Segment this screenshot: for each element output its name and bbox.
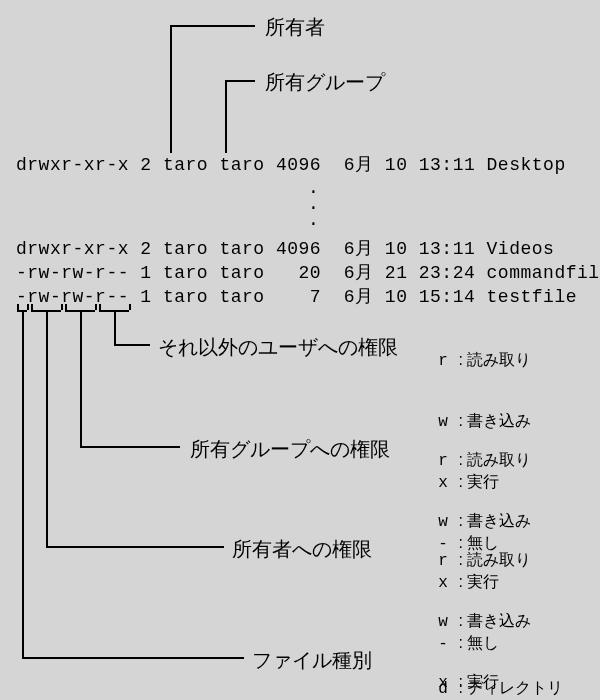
bracket-group-stem — [80, 310, 82, 448]
ellipsis-3: . — [308, 210, 319, 230]
bracket-other-left — [99, 304, 101, 310]
owner-connector-horiz — [170, 25, 255, 27]
bracket-type-left — [17, 304, 19, 310]
other-perm-label: それ以外のユーザへの権限 — [158, 334, 398, 361]
bracket-owner-lead — [46, 546, 224, 548]
ls-row-videos: drwxr-xr-x 2 taro taro 4096 6月 10 13:11 … — [16, 236, 554, 260]
group-label: 所有グループ — [265, 69, 385, 96]
owner-perm-label: 所有者への権限 — [232, 536, 372, 563]
bracket-owner-right — [61, 304, 63, 310]
bracket-other-right — [129, 304, 131, 310]
bracket-group-left — [65, 304, 67, 310]
bracket-type-stem — [22, 310, 24, 659]
bracket-group-right — [95, 304, 97, 310]
group-perm-label: 所有グループへの権限 — [190, 436, 390, 463]
bracket-type-right — [27, 304, 29, 310]
group-connector-horiz — [225, 80, 255, 82]
bracket-owner-left — [31, 304, 33, 310]
file-type-label: ファイル種別 — [252, 647, 372, 674]
owner-label: 所有者 — [265, 14, 325, 41]
bracket-other-lead — [114, 344, 150, 346]
owner-connector-vert — [170, 25, 172, 153]
group-connector-vert — [225, 80, 227, 153]
type-legend: d : ディレクトリ - : ファイル — [432, 638, 563, 700]
bracket-other-stem — [114, 310, 116, 346]
bracket-group-lead — [80, 446, 180, 448]
bracket-type-lead — [22, 657, 244, 659]
ls-row-commandfile: -rw-rw-r-- 1 taro taro 20 6月 21 23:24 co… — [16, 260, 600, 284]
ls-row-desktop: drwxr-xr-x 2 taro taro 4096 6月 10 13:11 … — [16, 152, 566, 176]
bracket-owner-stem — [46, 310, 48, 548]
